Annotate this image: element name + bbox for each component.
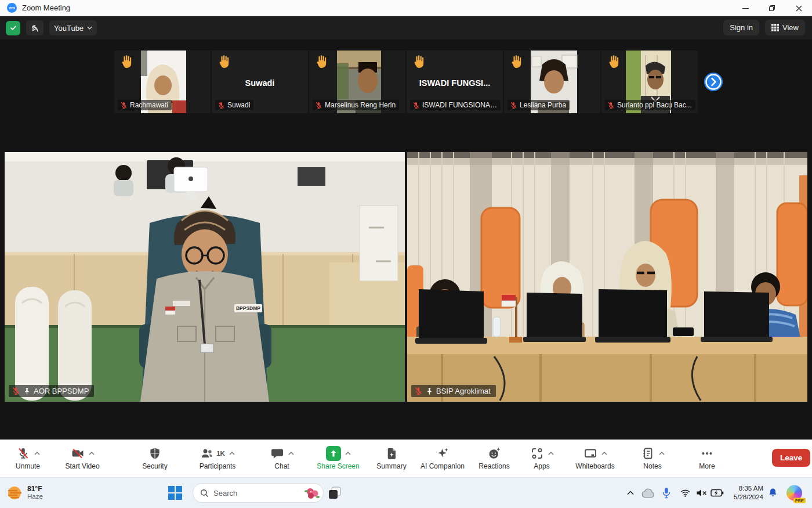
security-button[interactable]: Security	[132, 445, 178, 470]
participant-tile-suwadi[interactable]: Suwadi Suwadi	[212, 51, 308, 113]
chevron-up-icon[interactable]	[34, 452, 40, 455]
reactions-button[interactable]: Reactions	[471, 445, 517, 470]
mic-muted-icon	[414, 387, 423, 395]
main-video-scene	[407, 152, 807, 402]
sign-in-button[interactable]: Sign in	[723, 20, 759, 35]
chevron-up-icon[interactable]	[89, 452, 95, 455]
unmute-button[interactable]: Unmute	[4, 445, 52, 470]
mic-muted-icon	[412, 102, 420, 109]
raised-hand-icon	[216, 54, 232, 70]
taskbar-clock[interactable]: 8:35 AM 5/28/2024	[724, 484, 763, 502]
share-screen-button[interactable]: Share Screen	[308, 445, 368, 470]
mic-muted-icon	[12, 387, 20, 395]
participant-name: ISWADI FUNGSIONAL...	[422, 101, 497, 109]
youtube-live-dropdown[interactable]: YouTube	[49, 20, 97, 35]
chevron-up-icon[interactable]	[229, 452, 235, 455]
zoom-app-icon: zm	[7, 3, 17, 13]
more-button[interactable]: More	[684, 445, 730, 470]
security-shield-icon[interactable]	[6, 21, 20, 35]
participants-label: Participants	[190, 462, 245, 470]
mic-muted-icon	[510, 102, 517, 109]
windows-taskbar: 81°F Haze	[0, 477, 812, 508]
copilot-icon: PRE	[786, 485, 802, 501]
notes-button[interactable]: Notes	[628, 445, 677, 470]
onedrive-tray-icon[interactable]	[640, 488, 655, 498]
chevron-up-icon[interactable]	[345, 452, 351, 455]
search-input[interactable]	[213, 489, 304, 498]
main-video-scene: BPPSDMP	[5, 152, 405, 402]
participant-center-name: Suwadi	[212, 78, 308, 88]
copilot-tray-button[interactable]: PRE	[783, 485, 805, 501]
participant-tile-marselinus[interactable]: Marselinus Reng Herin	[309, 51, 405, 113]
bell-icon	[767, 487, 778, 499]
participants-count-badge: 1K	[216, 450, 225, 457]
main-video-bsip-agroklimat[interactable]: BSIP Agroklimat	[407, 152, 807, 402]
raised-hand-icon	[509, 54, 524, 70]
chat-label: Chat	[259, 462, 305, 470]
summary-button[interactable]: Summary	[368, 445, 415, 470]
cloud-icon	[641, 488, 655, 498]
raised-hand-icon	[606, 54, 622, 70]
pin-icon	[23, 387, 31, 395]
battery-tray-icon[interactable]	[709, 489, 725, 497]
share-screen-icon	[326, 446, 341, 461]
weather-temp: 81°F	[27, 485, 43, 493]
participant-name-pill: Rachmawati	[118, 100, 172, 110]
meeting-toolbar: YouTube	[0, 16, 812, 39]
battery-charging-icon	[710, 489, 724, 497]
start-button[interactable]	[168, 486, 182, 500]
taskbar-weather-widget[interactable]: 81°F Haze	[6, 484, 43, 502]
task-view-button[interactable]	[323, 480, 346, 506]
wifi-tray-icon[interactable]	[677, 488, 693, 498]
participant-tile-iswadi[interactable]: ISWADI FUNGSI... ISWADI FUNGSIONAL...	[407, 51, 503, 113]
participant-name: Suwadi	[227, 101, 250, 109]
participant-tile-lesliana[interactable]: Lesliana Purba	[504, 51, 600, 113]
shield-icon	[148, 446, 162, 460]
window-title: Zoom Meeting	[22, 3, 70, 12]
tray-date: 5/28/2024	[724, 493, 763, 502]
view-button[interactable]: View	[765, 20, 805, 35]
live-stream-icon[interactable]	[26, 20, 44, 35]
more-label: More	[684, 462, 730, 470]
participant-name-pill: Marselinus Reng Herin	[313, 100, 399, 110]
whiteboards-button[interactable]: Whiteboards	[565, 445, 625, 470]
mic-muted-icon	[217, 102, 225, 109]
main-video-aor-bppsdmp[interactable]: BPPSDMP AOR BPPSDMP	[5, 152, 405, 402]
reactions-smiley-icon	[487, 446, 501, 460]
taskbar-search[interactable]	[193, 483, 324, 503]
close-button[interactable]	[785, 0, 812, 16]
participant-name-pill: ISWADI FUNGSIONAL...	[410, 100, 501, 110]
leave-button[interactable]: Leave	[772, 449, 810, 467]
chevron-up-icon[interactable]	[659, 452, 665, 455]
microphone-tray-icon[interactable]	[660, 487, 673, 499]
participant-tile-rachmawati[interactable]: Rachmawati	[114, 51, 211, 113]
sign-in-label: Sign in	[730, 23, 753, 32]
tray-overflow-button[interactable]	[624, 491, 637, 495]
notification-bell-button[interactable]	[766, 487, 780, 499]
participants-button[interactable]: 1K Participants	[190, 445, 245, 470]
ai-sparkle-icon	[436, 446, 449, 460]
view-label: View	[782, 23, 799, 32]
unmute-label: Unmute	[4, 462, 52, 470]
weather-condition: Haze	[27, 493, 43, 501]
participant-tile-surianto[interactable]: Surianto ppl Bacu Bac...	[601, 51, 698, 113]
restore-button[interactable]	[759, 0, 785, 16]
mic-muted-icon	[607, 102, 615, 109]
meeting-canvas: Rachmawati Suwadi Suwadi	[0, 39, 812, 439]
ai-companion-button[interactable]: AI Companion	[411, 445, 474, 470]
summary-label: Summary	[368, 462, 415, 470]
volume-tray-icon[interactable]	[694, 488, 709, 498]
next-participants-page-button[interactable]	[704, 72, 723, 92]
minimize-button[interactable]	[732, 0, 759, 16]
chevron-up-icon[interactable]	[548, 452, 554, 455]
speaker-muted-icon	[696, 488, 708, 498]
chevron-up-icon[interactable]	[288, 452, 294, 455]
weather-haze-icon	[6, 484, 23, 502]
start-video-button[interactable]: Start Video	[56, 445, 109, 470]
chat-button[interactable]: Chat	[259, 445, 305, 470]
camera-off-icon	[71, 446, 85, 460]
apps-button[interactable]: Apps	[517, 445, 566, 470]
raised-hand-icon	[314, 54, 329, 70]
microphone-icon	[662, 487, 671, 499]
chevron-up-icon[interactable]	[601, 452, 607, 455]
